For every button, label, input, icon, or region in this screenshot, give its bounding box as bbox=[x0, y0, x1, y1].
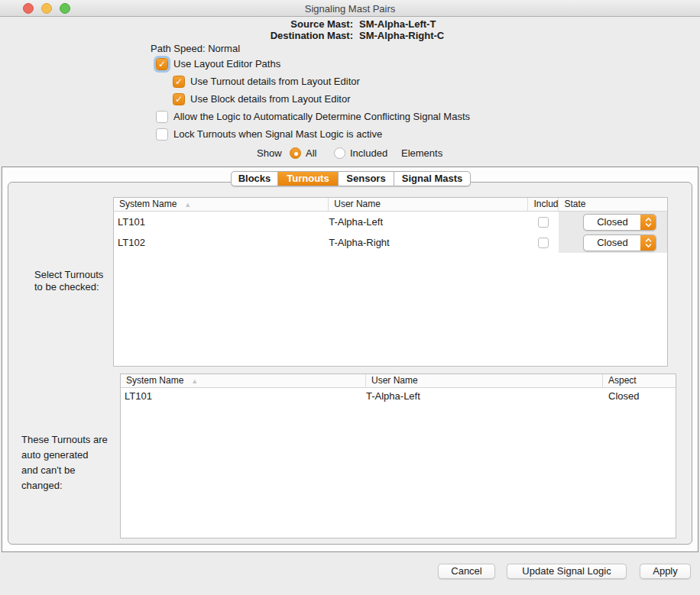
system-name-cell: LT101 bbox=[114, 212, 329, 232]
tab-blocks[interactable]: Blocks bbox=[232, 172, 277, 186]
column-header-user-name[interactable]: User Name bbox=[329, 198, 528, 211]
lock-turnouts-checkbox[interactable] bbox=[156, 128, 168, 141]
window-title: Signaling Mast Pairs bbox=[0, 3, 700, 15]
state-cell: Closed bbox=[559, 232, 667, 253]
select-turnouts-table: System Name▲ User Name Include State LT1… bbox=[113, 197, 668, 367]
column-header-system-name[interactable]: System Name▲ bbox=[121, 374, 366, 387]
include-cell bbox=[529, 232, 559, 253]
sort-ascending-icon: ▲ bbox=[191, 377, 198, 385]
title-bar: Signaling Mast Pairs bbox=[0, 0, 700, 17]
select-turnouts-caption: Select Turnouts to be checked: bbox=[34, 269, 103, 293]
use-layout-editor-paths-row: ✓ Use Layout Editor Paths bbox=[156, 57, 280, 70]
auto-turnouts-caption: These Turnouts are auto generated and ca… bbox=[21, 432, 108, 493]
column-header-aspect[interactable]: Aspect bbox=[603, 374, 676, 387]
auto-turnouts-table-header: System Name▲ User Name Aspect bbox=[121, 374, 676, 388]
destination-mast-value: SM-Alpha-Right-C bbox=[359, 30, 444, 42]
show-elements-label: Elements bbox=[401, 147, 442, 160]
system-name-cell: LT102 bbox=[114, 232, 329, 253]
column-header-state[interactable]: State bbox=[559, 198, 667, 211]
select-turnouts-table-header: System Name▲ User Name Include State bbox=[114, 198, 667, 212]
lock-turnouts-row: Lock Turnouts when Signal Mast Logic is … bbox=[156, 128, 382, 141]
lock-turnouts-label: Lock Turnouts when Signal Mast Logic is … bbox=[173, 128, 382, 140]
show-included-label: Included bbox=[350, 147, 387, 160]
column-header-system-name[interactable]: System Name▲ bbox=[114, 198, 329, 211]
show-included-radio[interactable] bbox=[334, 147, 345, 159]
sort-ascending-icon: ▲ bbox=[184, 201, 191, 209]
popup-stepper-icon bbox=[640, 215, 656, 230]
column-header-user-name[interactable]: User Name bbox=[366, 374, 603, 387]
checkmark-icon: ✓ bbox=[175, 76, 183, 87]
auto-conflicting-masts-label: Allow the Logic to Automatically Determi… bbox=[173, 111, 470, 122]
use-layout-editor-paths-label: Use Layout Editor Paths bbox=[173, 58, 280, 70]
auto-conflicting-masts-row: Allow the Logic to Automatically Determi… bbox=[156, 110, 470, 123]
update-signal-logic-button[interactable]: Update Signal Logic bbox=[507, 564, 627, 579]
include-cell bbox=[529, 212, 559, 232]
tab-turnouts[interactable]: Turnouts bbox=[277, 172, 338, 186]
popup-stepper-icon bbox=[640, 235, 656, 251]
use-layout-editor-paths-checkbox[interactable]: ✓ bbox=[156, 58, 168, 70]
state-cell: Closed bbox=[559, 212, 667, 232]
column-header-include[interactable]: Include bbox=[528, 198, 559, 211]
table-row[interactable]: LT102 T-Alpha-Right Closed bbox=[114, 232, 667, 253]
path-speed-label: Path Speed: Normal bbox=[151, 43, 240, 55]
user-name-cell: T-Alpha-Right bbox=[329, 232, 528, 253]
table-row[interactable]: LT101 T-Alpha-Left Closed bbox=[114, 212, 667, 232]
checkmark-icon: ✓ bbox=[158, 59, 166, 70]
use-block-details-checkbox[interactable]: ✓ bbox=[173, 93, 185, 105]
auto-conflicting-masts-checkbox[interactable] bbox=[156, 111, 168, 123]
source-mast-value: SM-Alpha-Left-T bbox=[359, 18, 436, 31]
element-tabs: Blocks Turnouts Sensors Signal Masts bbox=[231, 171, 471, 186]
show-all-label: All bbox=[306, 147, 316, 160]
use-block-details-row: ✓ Use Block details from Layout Editor bbox=[173, 92, 351, 105]
user-name-cell: T-Alpha-Left bbox=[366, 388, 603, 403]
checkmark-icon: ✓ bbox=[175, 94, 183, 105]
apply-button[interactable]: Apply bbox=[640, 564, 691, 579]
include-checkbox[interactable] bbox=[538, 238, 549, 248]
system-name-cell: LT101 bbox=[121, 388, 366, 403]
source-mast-label: Source Mast: bbox=[153, 18, 353, 31]
aspect-cell: Closed bbox=[603, 388, 676, 403]
use-turnout-details-row: ✓ Use Turnout details from Layout Editor bbox=[173, 75, 360, 88]
include-checkbox[interactable] bbox=[538, 217, 549, 228]
use-turnout-details-checkbox[interactable]: ✓ bbox=[173, 76, 185, 88]
signaling-mast-pairs-window: Signaling Mast Pairs Source Mast: SM-Alp… bbox=[0, 0, 700, 595]
table-row[interactable]: LT101 T-Alpha-Left Closed bbox=[121, 388, 676, 403]
tab-signal-masts[interactable]: Signal Masts bbox=[394, 172, 470, 186]
show-label: Show bbox=[257, 147, 282, 160]
show-all-radio[interactable] bbox=[290, 147, 301, 159]
destination-mast-label: Destination Mast: bbox=[153, 30, 353, 42]
user-name-cell: T-Alpha-Left bbox=[329, 212, 528, 232]
state-dropdown[interactable]: Closed bbox=[583, 234, 656, 251]
use-turnout-details-label: Use Turnout details from Layout Editor bbox=[190, 76, 360, 87]
auto-turnouts-table: System Name▲ User Name Aspect LT101 T-Al… bbox=[120, 373, 676, 538]
tab-sensors[interactable]: Sensors bbox=[338, 172, 394, 186]
use-block-details-label: Use Block details from Layout Editor bbox=[190, 93, 351, 105]
cancel-button[interactable]: Cancel bbox=[438, 564, 495, 579]
state-dropdown[interactable]: Closed bbox=[583, 214, 656, 231]
